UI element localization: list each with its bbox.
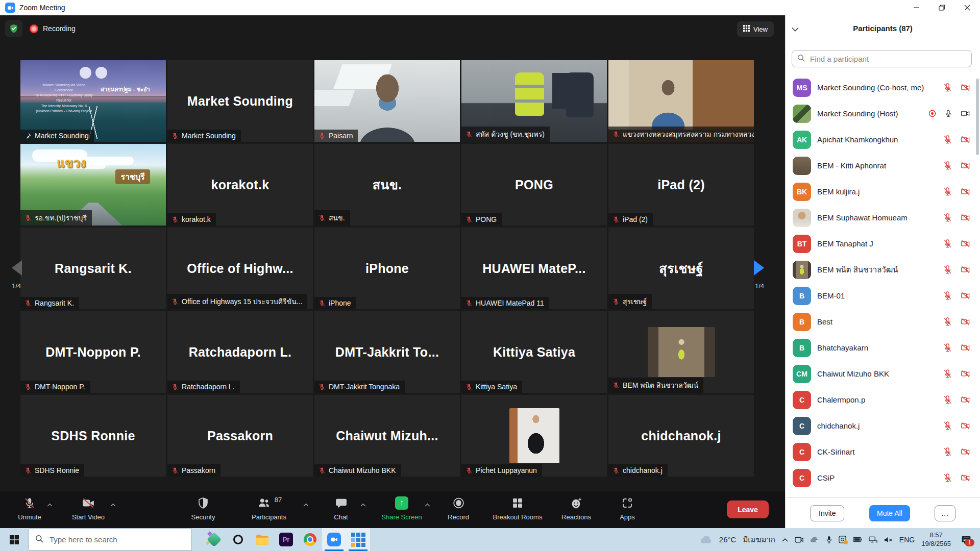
- security-button[interactable]: Security: [173, 496, 234, 521]
- video-tile[interactable]: Ratchadaporn L. Ratchadaporn L.: [167, 311, 313, 393]
- video-tile[interactable]: SDHS Ronnie SDHS Ronnie: [20, 395, 166, 477]
- participant-row[interactable]: C Chalermpon.p: [786, 387, 975, 413]
- tray-mic-icon[interactable]: [826, 536, 832, 543]
- chat-options-chevron[interactable]: [360, 499, 366, 509]
- mic-muted-icon: [943, 421, 952, 431]
- participant-search[interactable]: [792, 50, 972, 67]
- participant-row[interactable]: C chidchanok.j: [786, 413, 975, 439]
- video-tile[interactable]: Passakorn Passakorn: [167, 395, 313, 477]
- taskbar-app-zoom[interactable]: [322, 528, 346, 551]
- video-tile[interactable]: korakot.k korakot.k: [167, 144, 313, 226]
- view-button[interactable]: View: [737, 21, 774, 37]
- taskbar-app-game[interactable]: [202, 528, 226, 551]
- start-button[interactable]: [0, 528, 29, 551]
- participant-row[interactable]: B Bhatchayakarn: [786, 335, 975, 361]
- video-tile[interactable]: Market Sounding Market Sounding: [167, 60, 313, 142]
- share-screen-button[interactable]: ↑ Share Screen: [371, 496, 432, 521]
- participant-row[interactable]: MS Market Sounding (Co-host, me): [786, 74, 975, 101]
- participant-row[interactable]: C CK-Sirinart: [786, 439, 975, 465]
- mic-muted-icon: [318, 299, 326, 307]
- video-tile[interactable]: สุรเชษฐ์ สุรเชษฐ์: [608, 228, 754, 309]
- tray-network-icon[interactable]: [869, 536, 877, 543]
- video-tile[interactable]: chidchanok.j chidchanok.j: [608, 395, 754, 477]
- video-options-chevron[interactable]: [110, 499, 116, 509]
- participants-options-chevron[interactable]: [303, 499, 309, 509]
- apps-button[interactable]: Apps: [597, 496, 658, 521]
- more-options-button[interactable]: ...: [935, 505, 955, 521]
- video-tile[interactable]: DMT-Noppon P. DMT-Noppon P.: [20, 311, 166, 393]
- breakout-rooms-button[interactable]: Breakout Rooms: [487, 496, 548, 521]
- video-tile[interactable]: สนข. สนข.: [314, 144, 460, 226]
- invite-button[interactable]: Invite: [810, 505, 844, 521]
- leave-button[interactable]: Leave: [727, 500, 769, 518]
- participants-header: Participants (87): [786, 15, 980, 43]
- tray-sync-icon[interactable]: [839, 536, 846, 543]
- video-tile[interactable]: DMT-Jakkrit To... DMT-Jakkrit Tongnaka: [314, 311, 460, 393]
- video-tile[interactable]: iPhone iPhone: [314, 228, 460, 309]
- participant-row[interactable]: C CSiP: [786, 465, 975, 491]
- video-tile[interactable]: PONG PONG: [461, 144, 607, 226]
- taskbar-app-chrome[interactable]: [298, 528, 322, 551]
- participant-row[interactable]: Market Sounding (Host): [786, 101, 975, 127]
- participant-row[interactable]: BEM Suphawat Homueam: [786, 205, 975, 231]
- video-tile[interactable]: แขวงทางหลวงสมุทรสงคราม กรมทางหลวง: [608, 60, 754, 142]
- maximize-button[interactable]: [929, 0, 954, 15]
- gallery-prev-button[interactable]: 1/4: [5, 259, 28, 290]
- video-tile[interactable]: สหัส ด้วงชู (ขท.ชุมพร): [461, 60, 607, 142]
- weather-desc[interactable]: มีเมฆมาก: [743, 534, 775, 546]
- participant-row[interactable]: B BEM-01: [786, 283, 975, 309]
- taskbar-app-ring[interactable]: [226, 528, 250, 551]
- video-tile[interactable]: Chaiwut Mizuh... Chaiwut Mizuho BKK: [314, 395, 460, 477]
- close-button[interactable]: [954, 0, 980, 15]
- participant-row[interactable]: B Best: [786, 309, 975, 335]
- participant-name: Market Sounding (Co-host, me): [817, 83, 937, 92]
- participant-row[interactable]: BEM พนิต สินชวาลวัฒน์: [786, 257, 975, 283]
- tile-name-label: PONG: [461, 213, 502, 226]
- video-tile[interactable]: Paisarn: [314, 60, 460, 142]
- mute-all-button[interactable]: Mute All: [869, 505, 910, 521]
- game-app-icon: [207, 532, 222, 547]
- video-tile[interactable]: Kittiya Satiya Kittiya Satiya: [461, 311, 607, 393]
- video-tile[interactable]: Pichet Luppayanun: [461, 395, 607, 477]
- video-tile[interactable]: Rangsarit K. Rangsarit K.: [20, 228, 166, 309]
- search-input[interactable]: [809, 54, 966, 64]
- participant-row[interactable]: BK BEM kuljira.j: [786, 179, 975, 205]
- video-tile[interactable]: แขวงราชบุรี รอ.ขท.(ป)ราชบุรี: [20, 144, 166, 226]
- taskbar-app-explorer[interactable]: [250, 528, 274, 551]
- taskbar-clock[interactable]: 8:57 19/8/2565: [921, 531, 951, 548]
- video-tile[interactable]: Market Sounding via Video ConferenceTo R…: [20, 60, 166, 142]
- chrome-icon: [304, 533, 316, 546]
- start-video-button[interactable]: Start Video: [58, 496, 119, 521]
- taskbar-app-premiere[interactable]: Pr: [274, 528, 298, 551]
- participant-row[interactable]: BT BEM Tanaphat J: [786, 231, 975, 257]
- tray-overflow-chevron[interactable]: [782, 538, 788, 542]
- language-indicator[interactable]: ENG: [899, 536, 915, 544]
- taskbar-app-grid[interactable]: [346, 528, 370, 551]
- minimize-button[interactable]: [903, 0, 929, 15]
- video-tile[interactable]: BEM พนิต สินชวาลวัฒน์: [608, 311, 754, 393]
- participants-button[interactable]: 87 Participants: [238, 496, 300, 521]
- mic-muted-icon: [24, 467, 32, 474]
- tray-camera-icon[interactable]: [795, 536, 803, 543]
- tray-battery-icon[interactable]: [853, 537, 862, 542]
- panel-scrollbar[interactable]: [975, 74, 979, 498]
- video-tile[interactable]: iPad (2) iPad (2): [608, 144, 754, 226]
- tray-onedrive-icon[interactable]: [810, 536, 819, 543]
- security-shield-icon[interactable]: [5, 20, 22, 37]
- record-button[interactable]: Record: [428, 496, 489, 521]
- video-tile[interactable]: HUAWEI MateP... HUAWEI MatePad 11: [461, 228, 607, 309]
- taskbar-search[interactable]: [29, 529, 192, 550]
- recording-status-icon: [928, 109, 937, 118]
- weather-temp[interactable]: 26°C: [719, 535, 737, 544]
- participant-row[interactable]: AK Apichat Khamkongkhun: [786, 127, 975, 153]
- participant-row[interactable]: CM Chaiwut Mizuho BKK: [786, 361, 975, 387]
- gallery-next-button[interactable]: 1/4: [748, 259, 771, 290]
- weather-cloud-icon[interactable]: [700, 536, 713, 544]
- unmute-options-chevron[interactable]: [47, 499, 53, 509]
- video-tile[interactable]: Office of Highw... Office of Highways 15…: [167, 228, 313, 309]
- participant-row[interactable]: BEM - Kitti Aphonrat: [786, 153, 975, 179]
- taskbar-search-input[interactable]: [48, 535, 168, 544]
- mic-muted-icon: [943, 317, 952, 327]
- tray-volume-muted-icon[interactable]: [884, 536, 893, 543]
- notification-center-button[interactable]: 1: [958, 536, 975, 544]
